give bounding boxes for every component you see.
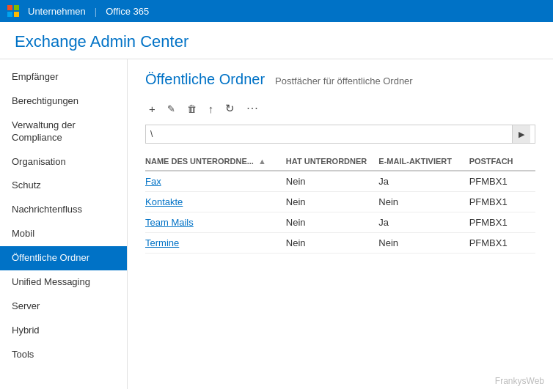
page-title: Exchange Admin Center — [15, 32, 538, 51]
table-row: Team MailsNeinJaPFMBX1 — [145, 212, 535, 233]
sidebar-item-mobil[interactable]: Mobil — [0, 222, 127, 246]
col-header-email: E-MAIL-AKTIVIERT — [378, 152, 469, 171]
page-title-bar: Exchange Admin Center — [0, 22, 553, 59]
up-button[interactable]: ↑ — [205, 100, 218, 117]
svg-rect-3 — [14, 12, 19, 17]
more-button[interactable]: ··· — [243, 100, 262, 117]
folder-link-team-mails[interactable]: Team Mails — [145, 217, 194, 228]
top-bar: Unternehmen | Office 365 — [0, 0, 553, 22]
col-header-mailbox: POSTFACH — [469, 152, 535, 171]
sidebar-item-hybrid[interactable]: Hybrid — [0, 319, 127, 343]
delete-button[interactable]: 🗑 — [183, 101, 200, 117]
col-header-name[interactable]: NAME DES UNTERORDNE... ▲ — [145, 152, 286, 171]
col-header-sub: HAT UNTERORDNER — [286, 152, 379, 171]
sidebar-item-verwaltung[interactable]: Verwaltung der Compliance — [0, 114, 127, 150]
section-title: Öffentliche Ordner — [145, 71, 265, 88]
sidebar-item-server[interactable]: Server — [0, 295, 127, 319]
table-row: FaxNeinJaPFMBX1 — [145, 171, 535, 192]
section-subtitle: Postfächer für öffentliche Ordner — [275, 75, 413, 86]
sidebar-item-tools[interactable]: Tools — [0, 343, 127, 367]
edit-button[interactable]: ✎ — [164, 101, 179, 117]
windows-icon — [7, 5, 19, 17]
sidebar-item-organisation[interactable]: Organisation — [0, 150, 127, 174]
top-bar-separator: | — [95, 6, 97, 17]
folder-link-kontakte[interactable]: Kontakte — [145, 196, 183, 207]
footer-watermark: FrankysWeb — [495, 376, 544, 386]
main-content: Öffentliche Ordner Postfächer für öffent… — [128, 59, 553, 389]
table-row: TermineNeinNeinPFMBX1 — [145, 233, 535, 254]
sidebar-item-oeffentliche-ordner[interactable]: Öffentliche Ordner — [0, 246, 127, 270]
folder-link-termine[interactable]: Termine — [145, 237, 179, 248]
sidebar-item-empfaenger[interactable]: Empfänger — [0, 65, 127, 89]
path-nav-button[interactable]: ▶ — [512, 125, 530, 143]
toolbar: + ✎ 🗑 ↑ ↻ ··· — [145, 100, 535, 117]
svg-rect-1 — [14, 5, 19, 10]
top-bar-product: Office 365 — [106, 6, 149, 17]
sidebar: Empfänger Berechtigungen Verwaltung der … — [0, 59, 128, 389]
sort-icon: ▲ — [258, 157, 266, 166]
table-row: KontakteNeinNeinPFMBX1 — [145, 192, 535, 212]
add-button[interactable]: + — [145, 100, 159, 117]
sidebar-item-berechtigungen[interactable]: Berechtigungen — [0, 89, 127, 114]
sidebar-item-schutz[interactable]: Schutz — [0, 174, 127, 198]
table-header-row: NAME DES UNTERORDNE... ▲ HAT UNTERORDNER… — [145, 152, 535, 171]
sidebar-item-unified-messaging[interactable]: Unified Messaging — [0, 270, 127, 295]
path-input[interactable] — [150, 129, 512, 139]
svg-rect-0 — [7, 5, 12, 10]
main-layout: Empfänger Berechtigungen Verwaltung der … — [0, 59, 553, 389]
folder-link-fax[interactable]: Fax — [145, 176, 161, 187]
refresh-button[interactable]: ↻ — [221, 100, 238, 117]
section-header: Öffentliche Ordner Postfächer für öffent… — [145, 71, 535, 88]
path-bar: ▶ — [145, 125, 535, 144]
top-bar-company: Unternehmen — [28, 6, 86, 17]
sidebar-item-nachrichtenfluss[interactable]: Nachrichtenfluss — [0, 198, 127, 222]
data-table: NAME DES UNTERORDNE... ▲ HAT UNTERORDNER… — [145, 152, 535, 254]
svg-rect-2 — [7, 12, 12, 17]
top-bar-logo-icon — [7, 5, 19, 17]
